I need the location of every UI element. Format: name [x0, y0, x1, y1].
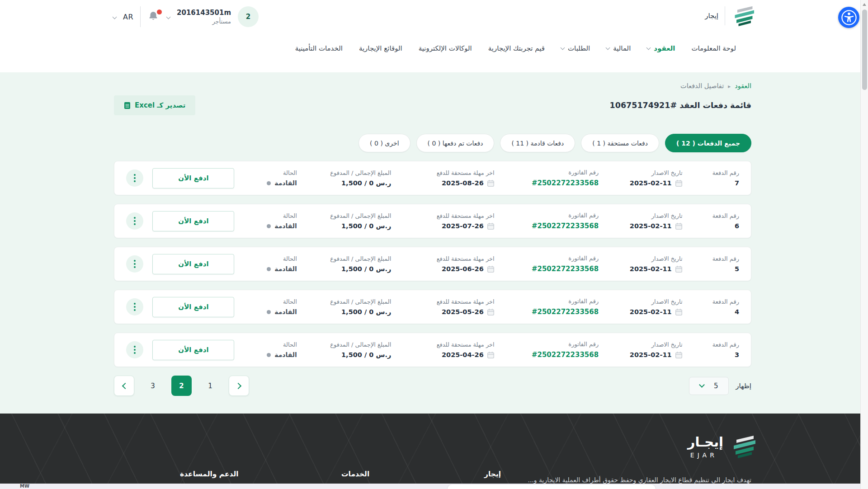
per-page-select[interactable]: 5	[689, 377, 729, 395]
amount-label: المبلغ الإجمالى / المدفوع	[306, 298, 391, 305]
due-date-value: 2025-05-26	[401, 308, 495, 316]
invoice-number-link[interactable]: #2502272233568	[504, 308, 599, 316]
title-row: قائمة دفعات العقد #10675174921 تصدير كـ …	[114, 95, 751, 115]
page-number[interactable]: 3	[147, 382, 158, 390]
pay-now-button[interactable]: ادفع الأن	[152, 297, 234, 317]
invoice-number-link[interactable]: #2502272233568	[504, 222, 599, 230]
filter-tab[interactable]: دفعات قادمة ( 11 )	[500, 134, 575, 152]
row-menu-button[interactable]	[126, 341, 143, 358]
issue-date-value: 2025-02-11	[608, 308, 683, 316]
chevron-left-icon	[122, 382, 128, 389]
chevron-down-icon	[606, 46, 610, 50]
user-cluster: AR 2016143501m مستأجر 2	[113, 5, 259, 28]
nav-item[interactable]: الخدمات التأمينية	[295, 44, 343, 52]
ejar-logo-icon	[730, 434, 757, 459]
payment-row: رقم الدفعة 4 تاريخ الاصدار 2025-02-11 رق…	[114, 290, 751, 324]
breadcrumb-separator-icon: ▸	[728, 83, 731, 89]
due-date-label: اخر مهلة مستحقة للدفع	[401, 169, 495, 176]
filter-tab[interactable]: دفعات مستحقة ( 1 )	[581, 134, 659, 152]
footer-logo-text: إيجـار EJAR	[688, 434, 723, 459]
payment-row: رقم الدفعة 7 تاريخ الاصدار 2025-02-11 رق…	[114, 161, 751, 195]
brand: إيجار	[705, 5, 756, 26]
due-date-value: 2025-07-26	[401, 222, 495, 230]
breadcrumb: العقود ▸ تفاصيل الدفعات	[114, 82, 751, 89]
page-number[interactable]: 1	[205, 382, 216, 390]
amount-value: 1,500 / 0 ر.س	[306, 179, 391, 187]
payment-number-value: 7	[692, 179, 739, 187]
scrollbar-up-arrow[interactable]	[863, 3, 866, 6]
filter-tab[interactable]: اخرى ( 0 )	[359, 134, 410, 152]
pay-now-button[interactable]: ادفع الأن	[152, 340, 234, 360]
payment-number-label: رقم الدفعة	[692, 341, 739, 348]
chevron-down-icon	[561, 46, 565, 50]
notification-dot	[156, 9, 163, 15]
status-badge: القادمة	[244, 179, 297, 187]
pay-now-button[interactable]: ادفع الأن	[152, 168, 234, 188]
payment-number-label: رقم الدفعة	[692, 212, 739, 219]
nav-item[interactable]: قيم تجربتك الإيجارية	[488, 44, 545, 52]
row-menu-button[interactable]	[126, 169, 143, 187]
notifications-button[interactable]	[147, 10, 160, 24]
chevron-down-icon[interactable]	[166, 14, 171, 19]
filter-tab[interactable]: جميع الدفعات ( 12 )	[665, 134, 751, 152]
bottom-pill	[448, 484, 656, 489]
amount-label: المبلغ الإجمالى / المدفوع	[306, 341, 391, 348]
row-menu-button[interactable]	[126, 298, 143, 315]
status-label: الحالة	[244, 169, 297, 176]
nav-item[interactable]: الطلبات	[561, 44, 590, 52]
issue-date-label: تاريخ الاصدار	[608, 212, 683, 219]
nav-item-label: العقود	[654, 44, 675, 52]
pay-now-button[interactable]: ادفع الأن	[152, 211, 234, 231]
per-page-control: إظهار 5	[689, 377, 751, 395]
breadcrumb-contracts[interactable]: العقود	[735, 82, 751, 89]
footer-description: تهدف ايجار الى تنظيم قطاع الايجار العقار…	[528, 476, 751, 484]
accessibility-button[interactable]	[838, 7, 859, 28]
status-badge: القادمة	[244, 308, 297, 315]
brand-divider	[725, 6, 725, 25]
due-date-label: اخر مهلة مستحقة للدفع	[401, 298, 495, 305]
due-date-label: اخر مهلة مستحقة للدفع	[401, 255, 495, 262]
nav-item[interactable]: الوكالات الإلكترونية	[419, 44, 472, 52]
status-dot-icon	[267, 267, 271, 271]
avatar[interactable]: 2	[238, 6, 259, 27]
page-number[interactable]: 2	[171, 376, 192, 396]
accessibility-person-icon	[841, 9, 857, 26]
scrollbar-thumb[interactable]	[862, 9, 867, 90]
row-menu-button[interactable]	[126, 255, 143, 273]
nav-item[interactable]: العقود	[647, 44, 675, 52]
invoice-label: رقم الفاتورة	[504, 255, 599, 262]
prev-page-button[interactable]	[114, 376, 134, 396]
nav-item[interactable]: الوقائع الإيجارية	[359, 44, 402, 52]
chevron-down-icon[interactable]	[113, 14, 117, 19]
issue-date-label: تاريخ الاصدار	[608, 255, 683, 262]
payment-number-value: 3	[692, 351, 739, 358]
pagination: 321	[114, 376, 249, 396]
status-label: الحالة	[244, 298, 297, 305]
payment-number-value: 6	[692, 222, 739, 230]
invoice-label: رقم الفاتورة	[504, 341, 599, 348]
row-menu-button[interactable]	[126, 212, 143, 230]
invoice-label: رقم الفاتورة	[504, 169, 599, 176]
user-info: 2016143501m مستأجر	[177, 9, 231, 25]
invoice-label: رقم الفاتورة	[504, 298, 599, 305]
show-label: إظهار	[736, 382, 751, 390]
breadcrumb-current: تفاصيل الدفعات	[680, 82, 724, 89]
nav-item[interactable]: المالية	[606, 44, 631, 52]
calendar-icon	[675, 265, 683, 273]
invoice-number-link[interactable]: #2502272233568	[504, 351, 599, 359]
nav-item-label: الخدمات التأمينية	[295, 44, 343, 52]
next-page-button[interactable]	[229, 376, 249, 396]
chevron-right-icon	[235, 382, 241, 389]
export-excel-button[interactable]: تصدير كـ Excel	[114, 95, 195, 115]
filter-tab[interactable]: دفعات تم دفعها ( 0 )	[416, 134, 495, 152]
invoice-number-link[interactable]: #2502272233568	[504, 265, 599, 273]
pay-now-button[interactable]: ادفع الأن	[152, 254, 234, 274]
scrollbar[interactable]	[860, 0, 868, 489]
invoice-number-link[interactable]: #2502272233568	[504, 179, 599, 187]
language-selector[interactable]: AR	[123, 13, 133, 21]
amount-value: 1,500 / 0 ر.س	[306, 265, 391, 273]
export-excel-label: تصدير كـ Excel	[135, 101, 185, 109]
nav-item[interactable]: لوحة المعلومات	[692, 44, 736, 52]
nav-item-label: الوكالات الإلكترونية	[419, 44, 472, 52]
issue-date-value: 2025-02-11	[608, 179, 683, 187]
